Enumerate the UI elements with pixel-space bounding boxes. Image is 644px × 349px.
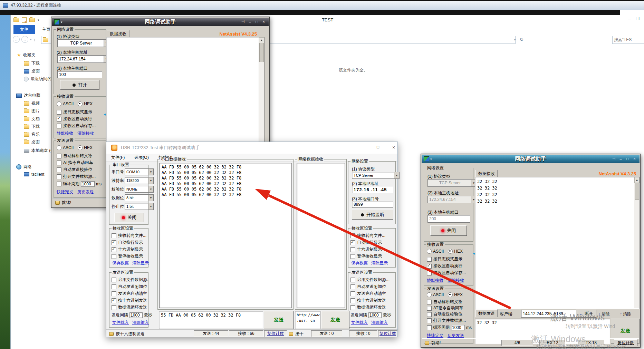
restore-icon[interactable]: ❒ <box>636 16 640 21</box>
clear-input-link[interactable]: 清除输入 <box>132 320 149 326</box>
maximize-icon[interactable]: □ <box>625 156 631 162</box>
ascii-radio[interactable] <box>427 292 432 297</box>
clear-recv-display-button[interactable]: ↓ 清除 <box>598 311 610 317</box>
clear-recv-link[interactable]: 清除接收 <box>448 278 464 283</box>
checkbox[interactable] <box>350 240 355 245</box>
checkbox[interactable] <box>350 305 355 310</box>
databits-select[interactable]: 8 bit <box>125 194 154 201</box>
checkbox[interactable] <box>427 257 432 262</box>
panel-collapse-icon[interactable]: ◄ <box>472 251 476 255</box>
forward-icon[interactable]: → <box>21 36 28 43</box>
tab-file[interactable]: 文件 <box>13 25 35 34</box>
close-icon[interactable]: × <box>261 19 267 25</box>
receive-area[interactable]: 32 32 32 32 32 32 32 32 32 32 32 32 ▲ <box>475 177 640 309</box>
history-dropdown-icon[interactable]: ▾ <box>30 38 32 41</box>
checkbox-option[interactable]: 自动发送校验位 <box>57 167 92 173</box>
usr-titlebar[interactable]: USR-TCP232-Test 串口转网络调试助手 – □ × <box>106 142 397 154</box>
cycle-input[interactable]: 1000 <box>81 181 95 187</box>
interval-input[interactable]: 1000 <box>368 312 382 318</box>
checkbox[interactable] <box>350 278 355 282</box>
checkbox[interactable] <box>350 298 355 303</box>
back-icon[interactable]: ← <box>13 36 20 43</box>
host-address-select[interactable]: 172.24.67.154 <box>427 196 477 203</box>
checkbox[interactable] <box>350 284 355 289</box>
checkbox[interactable] <box>112 278 116 282</box>
checkbox[interactable] <box>427 264 432 269</box>
save-data-link[interactable]: 保存数据 <box>351 260 368 266</box>
checkbox[interactable] <box>112 298 116 303</box>
com-port-select[interactable]: COM10 <box>125 168 154 175</box>
checkbox[interactable] <box>57 161 61 165</box>
checkbox[interactable] <box>57 174 61 179</box>
clear-display-link[interactable]: 清除显示 <box>371 260 388 266</box>
local-port-input[interactable]: 8899 <box>352 201 393 208</box>
shortcut-def-link[interactable]: 快捷定义 <box>57 189 73 195</box>
checkbox[interactable] <box>427 306 432 311</box>
sidebar-item-desktop2[interactable]: 桌面 <box>24 139 40 145</box>
maximize-icon[interactable]: □ <box>254 19 260 25</box>
scroll-up-icon[interactable]: ▲ <box>259 37 264 43</box>
close-icon[interactable]: × <box>632 156 637 162</box>
cycle-input[interactable]: 1000 <box>451 325 465 330</box>
host-port-input[interactable]: 100 <box>57 71 102 78</box>
checkbox-option[interactable]: 接收区自动换行 <box>57 116 92 122</box>
save-data-link[interactable]: 保存数据 <box>112 260 129 266</box>
checkbox[interactable] <box>112 291 116 296</box>
sysmenu-dropdown-icon[interactable]: ▾ <box>61 20 63 24</box>
checkbox[interactable] <box>112 284 116 289</box>
network-send-button[interactable]: 发送 <box>321 311 349 329</box>
pin-icon[interactable]: ⊣ <box>240 19 246 25</box>
checkbox-option[interactable]: AT指令自动回车 <box>57 160 93 166</box>
serial-close-button[interactable]: 关闭 <box>114 213 144 222</box>
checkbox[interactable] <box>112 305 116 310</box>
protocol-select[interactable]: TCP Server <box>427 179 477 187</box>
checkbox[interactable] <box>112 240 116 245</box>
up-icon[interactable]: ↑ <box>33 37 36 42</box>
panel-collapse-icon[interactable]: ◄ <box>103 112 107 116</box>
history-send-link[interactable]: 历史发送 <box>77 189 94 195</box>
checkbox[interactable] <box>427 312 432 317</box>
silent-recv-link[interactable]: 静默接收 <box>57 130 73 136</box>
network-send-input[interactable]: http://www .usr. cn <box>295 311 320 329</box>
ascii-radio[interactable] <box>427 249 432 254</box>
address-dropdown-icon[interactable]: ▾ <box>514 38 516 41</box>
client-select[interactable]: 144.12.244.235 :5189 <box>521 310 581 318</box>
clear-display-link[interactable]: 清除显示 <box>132 260 149 266</box>
sidebar-item-pictures[interactable]: 图片 <box>24 108 40 114</box>
sidebar-item-favorites[interactable]: ★ 收藏夹 <box>17 52 36 58</box>
receive-scrollbar[interactable]: ▲ <box>634 177 640 308</box>
checkbox-option[interactable]: 自动解析转义符 <box>57 153 92 159</box>
ascii-radio[interactable] <box>57 101 61 106</box>
hex-radio[interactable] <box>78 145 83 150</box>
checkbox[interactable] <box>427 300 432 304</box>
sidebar-item-desktop[interactable]: 桌面 <box>24 68 40 74</box>
checkbox[interactable] <box>350 247 355 252</box>
rdp-title-bar[interactable]: 47.93.32.32 - 远程桌面连接 <box>0 0 644 10</box>
silent-recv-link[interactable]: 静默接收 <box>427 278 443 283</box>
hex-radio[interactable] <box>448 292 453 297</box>
interval-input[interactable]: 1000 <box>129 312 143 318</box>
netassist-version-link[interactable]: NetAssist V4.3.25 <box>599 171 636 176</box>
refresh-icon[interactable]: ↻ <box>520 37 523 42</box>
stopbits-select[interactable]: 1 bit <box>125 203 154 210</box>
checkbox[interactable] <box>427 271 432 275</box>
tab-data-receive[interactable]: 数据接收 <box>107 30 129 37</box>
checkbox-option[interactable]: 按日志模式显示 <box>57 109 92 115</box>
disconnect-button[interactable]: ← 断开 <box>576 310 596 318</box>
checkbox[interactable] <box>57 167 61 172</box>
scroll-up-icon[interactable]: ▲ <box>634 177 640 183</box>
close-icon[interactable]: × <box>392 145 395 150</box>
checkbox[interactable] <box>112 233 116 238</box>
minimize-icon[interactable]: – <box>247 19 253 25</box>
protocol-select[interactable]: TCP Server <box>57 39 109 47</box>
checkbox[interactable] <box>57 154 61 158</box>
checkbox[interactable] <box>350 233 355 238</box>
tab-data-receive[interactable]: 数据接收 <box>475 170 498 177</box>
history-send-link[interactable]: 历史发送 <box>448 333 464 339</box>
sidebar-item-documents[interactable]: 文档 <box>24 116 40 122</box>
clear-input-link[interactable]: 清除输入 <box>371 320 388 326</box>
hex-radio[interactable] <box>448 249 453 254</box>
serial-send-input[interactable]: 55 FD AA 00 05 62 00 32 32 32 F8 <box>159 311 263 329</box>
checkbox-option[interactable]: 打开文件数据源... <box>57 174 96 180</box>
net-reset-count-button[interactable]: 复位计数 <box>378 330 397 337</box>
